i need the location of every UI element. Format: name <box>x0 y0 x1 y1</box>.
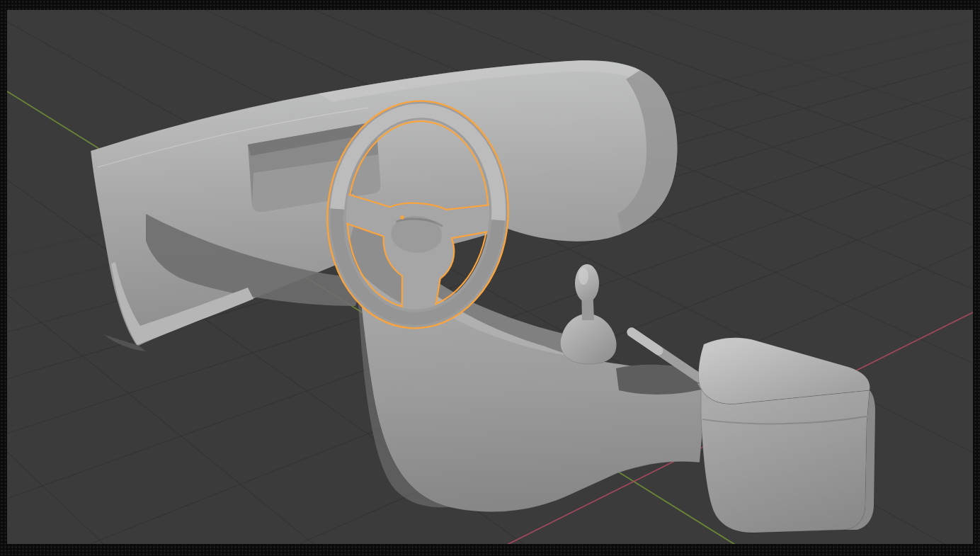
3d-viewport[interactable] <box>7 10 973 544</box>
scene-canvas <box>7 10 973 544</box>
armrest-object[interactable] <box>699 338 875 533</box>
shifter-knob-highlight <box>579 268 588 285</box>
object-origin-point <box>400 215 404 220</box>
shifter-knob <box>575 264 599 302</box>
armrest-front-face <box>701 388 870 533</box>
screenshot-stage <box>0 0 980 556</box>
